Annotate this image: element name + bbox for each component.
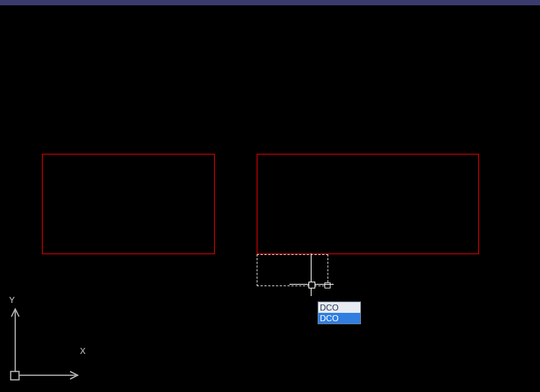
rectangle-shape[interactable] (42, 154, 215, 254)
drawing-canvas[interactable]: DCO DCO Y X (0, 5, 540, 392)
ucs-y-label: Y (9, 295, 14, 304)
svg-rect-0 (11, 371, 19, 380)
command-autocomplete-popup[interactable]: DCO DCO (318, 301, 361, 324)
command-option[interactable]: DCO (318, 313, 360, 323)
selection-window (257, 254, 328, 286)
ucs-icon: Y X (8, 295, 91, 383)
pickbox-icon (308, 282, 315, 288)
crosshair-vertical-icon (311, 253, 312, 296)
command-input[interactable]: DCO (318, 302, 360, 313)
rectangle-shape[interactable] (257, 154, 479, 254)
ucs-x-label: X (80, 346, 85, 355)
